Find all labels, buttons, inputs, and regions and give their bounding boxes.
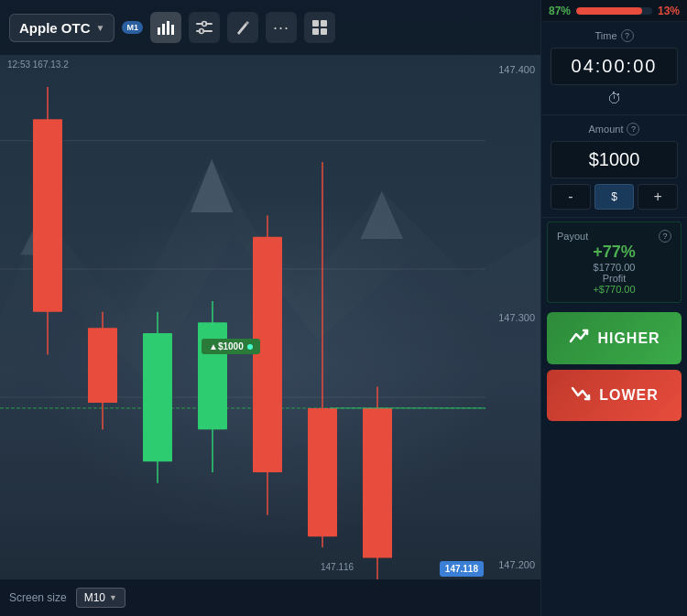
amount-help-icon[interactable]: ? xyxy=(627,123,639,135)
higher-button[interactable]: HIGHER xyxy=(547,312,682,364)
payout-label: Payout xyxy=(557,231,588,242)
amount-minus-button[interactable]: - xyxy=(551,184,591,210)
amount-currency-button[interactable]: $ xyxy=(594,184,635,210)
asset-selector[interactable]: Apple OTC ▼ xyxy=(9,14,114,42)
svg-rect-26 xyxy=(88,328,117,403)
payout-section: Payout ? +77% $1770.00 Profit +$770.00 xyxy=(547,222,682,303)
svg-point-11 xyxy=(202,22,206,27)
grid-button[interactable] xyxy=(304,12,335,43)
pct-bar-fill xyxy=(576,7,642,15)
trade-marker: ▲$1000 xyxy=(202,339,260,354)
timeframe-chevron-icon: ▼ xyxy=(109,593,117,602)
asset-name: Apple OTC xyxy=(19,20,91,36)
time-help-icon[interactable]: ? xyxy=(621,29,634,42)
svg-rect-32 xyxy=(253,237,282,472)
svg-rect-15 xyxy=(312,20,319,27)
timeframe-selector[interactable]: M10 ▼ xyxy=(76,588,125,608)
svg-rect-36 xyxy=(363,408,392,558)
chart-type-button[interactable] xyxy=(150,12,181,43)
amount-label: Amount xyxy=(589,124,624,135)
toolbar: Apple OTC ▼ M1 xyxy=(0,0,540,55)
current-price-tag: 147.118 xyxy=(440,561,484,577)
trade-buttons: HIGHER LOWER xyxy=(541,307,687,427)
chevron-down-icon: ▼ xyxy=(96,23,105,33)
svg-rect-8 xyxy=(171,25,174,35)
svg-point-14 xyxy=(199,29,203,34)
svg-rect-24 xyxy=(33,119,62,311)
amount-header: Amount ? xyxy=(551,123,678,135)
svg-rect-34 xyxy=(308,408,337,536)
settings-button[interactable] xyxy=(189,12,220,43)
screen-size-label: Screen size xyxy=(9,591,67,604)
payout-pct: +77% xyxy=(557,243,671,262)
payout-title: Payout ? xyxy=(557,230,671,243)
price-bottom-left: 147.116 xyxy=(321,562,354,572)
lower-label: LOWER xyxy=(599,387,659,404)
time-section: Time ? 04:00:00 ⏱ xyxy=(541,22,687,115)
svg-rect-16 xyxy=(321,20,327,27)
right-panel: 87% 13% Time ? 04:00:00 ⏱ Amount ? $1000… xyxy=(540,0,687,616)
bottom-bar: Screen size M10 ▼ xyxy=(0,579,540,616)
trade-dot xyxy=(247,344,253,350)
draw-button[interactable] xyxy=(227,12,258,43)
clock-button[interactable]: ⏱ xyxy=(607,91,622,107)
trade-marker-text: ▲$1000 xyxy=(209,341,244,351)
amount-controls: - $ + xyxy=(551,184,678,210)
higher-arrow-icon xyxy=(568,325,590,351)
timeframe-value: M10 xyxy=(84,591,105,604)
timeframe-badge: M1 xyxy=(122,21,143,34)
pct-green: 87% xyxy=(549,5,571,17)
payout-help-icon[interactable]: ? xyxy=(659,230,671,243)
svg-rect-28 xyxy=(143,333,172,461)
amount-display: $1000 xyxy=(551,141,678,178)
lower-arrow-icon xyxy=(570,383,592,408)
pct-bar xyxy=(576,7,652,15)
price-label-1: 147.400 xyxy=(498,64,539,75)
chart-area: Apple OTC ▼ M1 xyxy=(0,0,540,616)
amount-plus-button[interactable]: + xyxy=(638,184,678,210)
amount-section: Amount ? $1000 - $ + xyxy=(541,115,687,218)
lower-button[interactable]: LOWER xyxy=(547,370,682,421)
svg-rect-18 xyxy=(321,28,327,35)
profit-amount: +$770.00 xyxy=(557,284,671,295)
svg-rect-5 xyxy=(158,27,160,35)
candles-svg xyxy=(0,55,485,579)
payout-amount: $1770.00 xyxy=(557,262,671,273)
time-header: Time ? xyxy=(551,29,678,42)
more-button[interactable]: ··· xyxy=(266,12,297,43)
svg-rect-17 xyxy=(312,28,319,35)
top-bar: 87% 13% xyxy=(541,0,687,22)
clock-btn-area: ⏱ xyxy=(551,91,678,107)
profit-label: Profit xyxy=(557,273,671,284)
candles-container: ▲$1000 xyxy=(0,55,485,579)
time-label: Time xyxy=(594,30,616,41)
svg-rect-7 xyxy=(167,21,169,35)
price-label-3: 147.200 xyxy=(498,559,539,570)
svg-rect-6 xyxy=(162,24,165,35)
price-label-2: 147.300 xyxy=(498,312,539,323)
higher-label: HIGHER xyxy=(597,330,660,347)
price-axis: 147.400 147.300 147.200 xyxy=(498,55,539,579)
pct-red: 13% xyxy=(658,5,680,17)
time-display: 04:00:00 xyxy=(551,48,678,85)
